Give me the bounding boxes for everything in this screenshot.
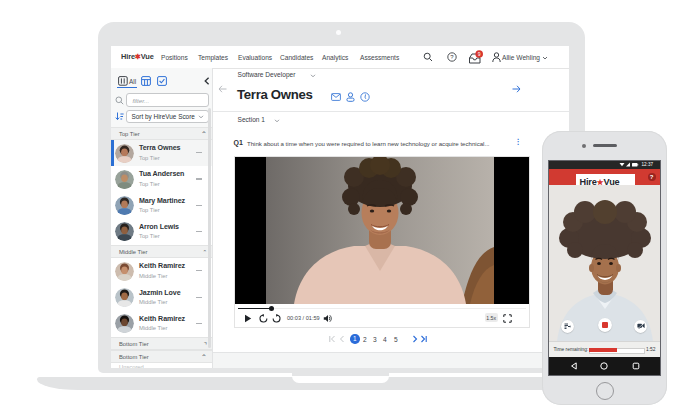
- svg-text:?: ?: [450, 54, 454, 60]
- svg-text:9: 9: [478, 51, 481, 57]
- svg-text:All: All: [129, 78, 136, 85]
